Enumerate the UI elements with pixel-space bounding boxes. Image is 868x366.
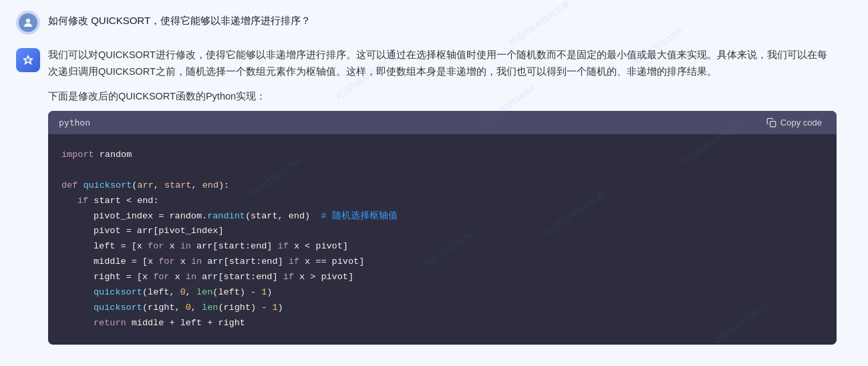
ai-content: 我们可以对QUICKSORT进行修改，使得它能够以非递增序进行排序。这可以通过在… bbox=[48, 47, 837, 350]
code-header: python Copy code bbox=[48, 111, 837, 134]
code-language-label: python bbox=[59, 118, 90, 128]
user-question-text: 如何修改 QUICKSORT，使得它能够以非递增序进行排序？ bbox=[48, 11, 311, 27]
ai-message-row: 我们可以对QUICKSORT进行修改，使得它能够以非递增序进行排序。这可以通过在… bbox=[16, 47, 852, 350]
ai-subtitle: 下面是修改后的QUICKSORT函数的Python实现： bbox=[48, 90, 837, 103]
code-block: python Copy code import random def quick… bbox=[48, 111, 837, 345]
ai-avatar bbox=[16, 48, 40, 72]
ai-paragraph1: 我们可以对QUICKSORT进行修改，使得它能够以非递增序进行排序。这可以通过在… bbox=[48, 47, 837, 81]
user-message-row: 如何修改 QUICKSORT，使得它能够以非递增序进行排序？ bbox=[16, 11, 852, 35]
svg-rect-3 bbox=[770, 121, 775, 126]
user-avatar bbox=[16, 11, 40, 35]
svg-point-0 bbox=[26, 19, 30, 23]
copy-label: Copy code bbox=[780, 118, 822, 128]
svg-point-2 bbox=[26, 58, 30, 62]
code-body: import random def quicksort(arr, start, … bbox=[48, 134, 837, 345]
copy-code-button[interactable]: Copy code bbox=[762, 116, 826, 129]
